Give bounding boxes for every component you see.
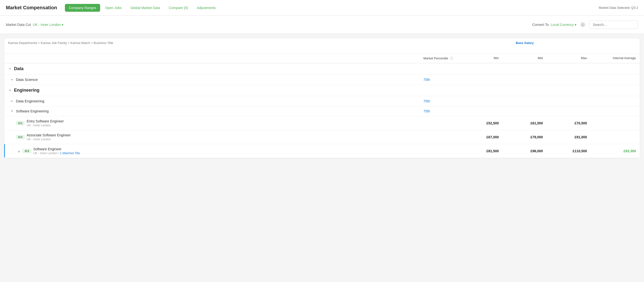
sub-group-name: Data Engineering <box>16 99 44 103</box>
table-header-row2: Market Percentile ⓘ Min Mid Max Internal… <box>4 53 640 63</box>
expand-chevron[interactable]: ▼ <box>10 99 14 103</box>
group-name: Engineering <box>14 88 40 93</box>
breadcrumb-text: Kamsa Departments > Kamsa Job Family > K… <box>8 41 113 45</box>
row-internal-avg <box>591 88 640 93</box>
table-row: ▼ Software Engineering 75th <box>4 106 640 116</box>
row-max: £70,500 <box>547 118 591 128</box>
row-percentile <box>420 88 459 93</box>
tab-adjustments[interactable]: Adjustments <box>193 4 220 12</box>
row-internal-avg <box>591 66 640 72</box>
row-internal-avg <box>591 98 640 104</box>
col-header-name <box>4 54 420 63</box>
table-row: IC1 Entry Software Engineer UK - Inner L… <box>4 116 640 130</box>
row-percentile: 75th <box>420 75 459 85</box>
row-min <box>459 88 503 93</box>
spacer3 <box>420 48 459 53</box>
job-title: Associate Software Engineer <box>27 133 71 137</box>
row-min: £67,000 <box>459 132 503 142</box>
table-row: ▼ Engineering <box>4 85 640 96</box>
header: Market Compensation Company Ranges Open … <box>0 0 644 16</box>
row-percentile <box>420 66 459 72</box>
expand-chevron[interactable]: ▼ <box>8 89 12 92</box>
percentile-info-icon[interactable]: ⓘ <box>450 56 453 60</box>
row-name-cell: ▶ IC3 Software Engineer UK - Inner Londo… <box>5 144 420 158</box>
expand-chevron[interactable]: ▶ <box>18 149 20 153</box>
row-percentile <box>420 134 459 140</box>
row-name-cell: ▼ Engineering <box>4 85 420 96</box>
row-percentile <box>420 148 459 154</box>
row-name-cell: ▼ Data <box>4 63 420 74</box>
table-row: ▼ Data Science 75th <box>4 75 640 85</box>
row-name-cell: IC2 Associate Software Engineer UK - Inn… <box>4 130 420 144</box>
row-internal-avg: £93,300 <box>591 146 640 156</box>
tab-open-jobs[interactable]: Open Jobs <box>101 4 126 12</box>
sub-group-name: Data Science <box>16 77 38 82</box>
expand-chevron[interactable]: ▼ <box>10 110 14 113</box>
search-input[interactable] <box>589 20 638 29</box>
row-internal-avg <box>591 134 640 140</box>
row-mid <box>503 98 547 104</box>
chevron-down-icon: ▾ <box>62 23 64 27</box>
chevron-down-icon: ▾ <box>575 23 576 27</box>
expand-chevron[interactable]: ▼ <box>10 78 14 82</box>
row-name-cell: ▼ Data Engineering <box>4 96 420 106</box>
spacer1 <box>591 38 640 48</box>
market-data-cut-value-text: UK - Inner London <box>33 23 61 27</box>
col-header-min: Min <box>459 54 503 63</box>
expand-chevron[interactable]: ▼ <box>8 67 12 71</box>
tab-compare[interactable]: Compare (0) <box>165 4 192 12</box>
row-max <box>547 108 591 114</box>
row-min <box>459 108 503 114</box>
sub-header-right: Convert To Local Currency ▾ i <box>532 20 638 29</box>
col-header-internal-avg: Internal Average <box>591 54 640 63</box>
breadcrumb-header: Kamsa Departments > Kamsa Job Family > K… <box>4 38 420 48</box>
market-data-cut: Market Data Cut UK - Inner London ▾ <box>6 23 64 27</box>
row-internal-avg <box>591 108 640 114</box>
job-title: Entry Software Engineer <box>27 119 64 123</box>
col-header-percentile: Market Percentile ⓘ <box>420 54 459 63</box>
row-name-cell: ▼ Data Science <box>4 75 420 85</box>
convert-to-dropdown[interactable]: Local Currency ▾ <box>551 23 576 27</box>
market-data-cut-label: Market Data Cut <box>6 23 31 27</box>
row-mid <box>503 66 547 72</box>
row-min: £52,500 <box>459 118 503 128</box>
main-content: Kamsa Departments > Kamsa Job Family > K… <box>4 38 640 158</box>
sub-group-name: Software Engineering <box>16 109 49 113</box>
row-max: £110,500 <box>547 146 591 156</box>
nav-tabs: Company Ranges Open Jobs Global Market D… <box>65 4 591 12</box>
row-min <box>459 98 503 104</box>
row-min <box>459 66 503 72</box>
row-internal-avg <box>591 120 640 126</box>
row-mid: £79,000 <box>503 132 547 142</box>
row-max <box>547 98 591 104</box>
job-subtitle: UK - Inner London <box>27 138 71 141</box>
row-min <box>459 77 503 83</box>
row-mid: £96,000 <box>503 146 547 156</box>
tab-company-ranges[interactable]: Company Ranges <box>65 4 100 12</box>
base-salary-group-header: Base Salary <box>459 38 591 48</box>
row-min: £81,500 <box>459 146 503 156</box>
market-data-cut-dropdown[interactable]: UK - Inner London ▾ <box>33 23 64 27</box>
row-percentile <box>420 120 459 126</box>
table-row: ▼ Data <box>4 63 640 75</box>
row-mid <box>503 88 547 93</box>
convert-to: Convert To Local Currency ▾ <box>532 23 576 27</box>
row-percentile: 75th <box>420 106 459 116</box>
job-info: Associate Software Engineer UK - Inner L… <box>27 133 71 141</box>
matched-title-link[interactable]: 1 Matched Title <box>60 151 80 155</box>
job-title: Software Engineer <box>33 147 80 151</box>
row-mid <box>503 108 547 114</box>
row-mid: £61,500 <box>503 118 547 128</box>
group-name: Data <box>14 66 24 71</box>
job-info: Entry Software Engineer UK - Inner Londo… <box>27 119 64 127</box>
level-badge: IC3 <box>22 149 31 153</box>
col-header-mid: Mid <box>503 54 547 63</box>
level-badge: IC1 <box>16 121 25 125</box>
tab-global-market-data[interactable]: Global Market Data <box>126 4 164 12</box>
row-mid <box>503 77 547 83</box>
sub-header: Market Data Cut UK - Inner London ▾ Conv… <box>0 16 644 34</box>
table-row: ▼ Data Engineering 75th <box>4 96 640 106</box>
info-icon[interactable]: i <box>580 22 585 27</box>
row-internal-avg <box>591 77 640 83</box>
convert-to-label: Convert To <box>532 23 548 27</box>
